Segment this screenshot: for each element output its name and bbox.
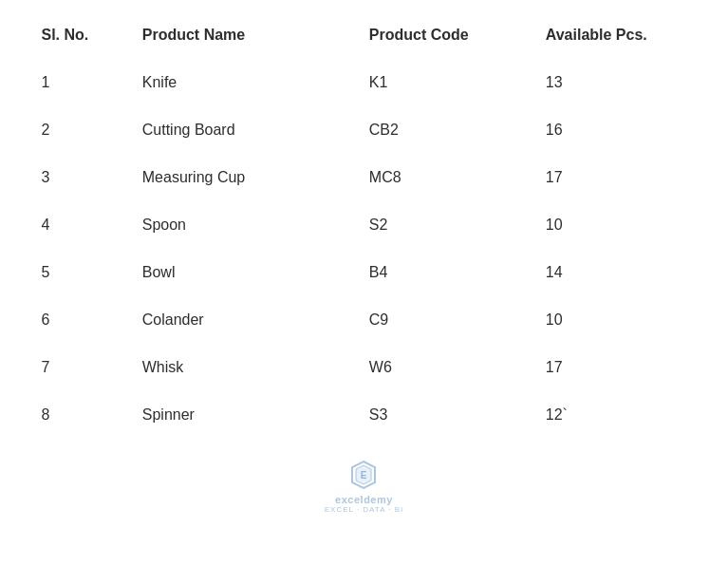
cell-product-name: Cutting Board [133, 106, 360, 154]
cell-product-code: B4 [360, 249, 536, 296]
table-row: 3Measuring CupMC817 [32, 154, 697, 201]
cell-available-pcs: 10 [536, 296, 697, 344]
cell-product-name: Knife [133, 59, 360, 106]
cell-product-name: Spoon [133, 201, 360, 249]
cell-available-pcs: 12` [536, 391, 697, 439]
product-table: Sl. No. Product Name Product Code Availa… [32, 19, 697, 439]
cell-product-name: Spinner [133, 391, 360, 439]
cell-available-pcs: 17 [536, 154, 697, 201]
cell-product-code: MC8 [360, 154, 536, 201]
cell-available-pcs: 14 [536, 249, 697, 296]
cell-available-pcs: 13 [536, 59, 697, 106]
cell-sl-no: 2 [32, 106, 133, 154]
watermark-icon: E [346, 458, 381, 492]
cell-available-pcs: 10 [536, 201, 697, 249]
watermark: E exceldemy EXCEL · DATA · BI [325, 458, 404, 514]
cell-product-code: K1 [360, 59, 536, 106]
cell-product-code: CB2 [360, 106, 536, 154]
table-row: 4SpoonS210 [32, 201, 697, 249]
cell-product-code: W6 [360, 344, 536, 391]
table-header-row: Sl. No. Product Name Product Code Availa… [32, 19, 697, 59]
svg-text:E: E [361, 470, 367, 481]
table-row: 5BowlB414 [32, 249, 697, 296]
watermark-main-text: exceldemy [335, 494, 393, 505]
watermark-sub-text: EXCEL · DATA · BI [325, 505, 404, 514]
cell-available-pcs: 16 [536, 106, 697, 154]
table-row: 7WhiskW617 [32, 344, 697, 391]
cell-sl-no: 1 [32, 59, 133, 106]
cell-sl-no: 7 [32, 344, 133, 391]
cell-product-name: Whisk [133, 344, 360, 391]
table-row: 8SpinnerS312` [32, 391, 697, 439]
header-sl-no: Sl. No. [32, 19, 133, 59]
cell-sl-no: 5 [32, 249, 133, 296]
cell-product-name: Colander [133, 296, 360, 344]
table-row: 1KnifeK113 [32, 59, 697, 106]
cell-product-code: S3 [360, 391, 536, 439]
table-container: Sl. No. Product Name Product Code Availa… [32, 19, 697, 439]
cell-product-code: C9 [360, 296, 536, 344]
cell-sl-no: 3 [32, 154, 133, 201]
cell-sl-no: 6 [32, 296, 133, 344]
cell-available-pcs: 17 [536, 344, 697, 391]
header-product-code: Product Code [360, 19, 536, 59]
table-row: 2Cutting BoardCB216 [32, 106, 697, 154]
header-available-pcs: Available Pcs. [536, 19, 697, 59]
cell-sl-no: 8 [32, 391, 133, 439]
cell-product-code: S2 [360, 201, 536, 249]
table-row: 6ColanderC910 [32, 296, 697, 344]
cell-product-name: Measuring Cup [133, 154, 360, 201]
cell-sl-no: 4 [32, 201, 133, 249]
header-product-name: Product Name [133, 19, 360, 59]
cell-product-name: Bowl [133, 249, 360, 296]
